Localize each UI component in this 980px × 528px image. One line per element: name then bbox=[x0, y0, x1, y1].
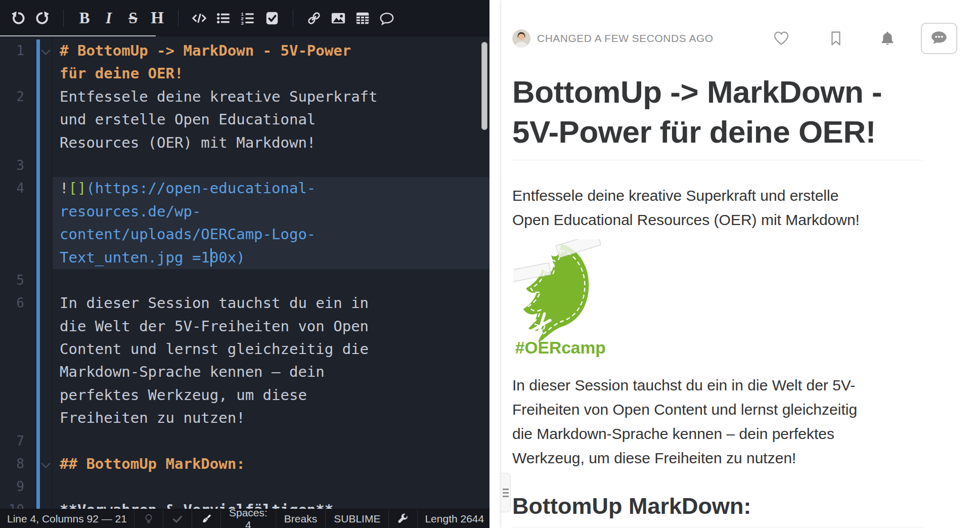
code-row[interactable]: 8## BottomUp MarkDown: bbox=[0, 453, 489, 475]
svg-text:3: 3 bbox=[241, 21, 243, 26]
editor-statusbar: Line 4, Columns 92 — 21 bbox=[0, 509, 489, 528]
ordered-list-icon: 1 2 3 bbox=[240, 11, 255, 26]
italic-icon: I bbox=[106, 10, 112, 26]
code-row[interactable]: perfektes Werkzeug, um diese bbox=[0, 384, 489, 407]
editor-scrollbar-thumb[interactable] bbox=[481, 42, 487, 130]
bookmark-button[interactable] bbox=[828, 30, 844, 47]
code-row[interactable]: 6In dieser Session tauchst du ein in bbox=[0, 292, 489, 315]
preferences-button[interactable] bbox=[389, 509, 417, 528]
code-row[interactable]: Freiheiten zu nutzen! bbox=[0, 407, 489, 429]
code-segment: Markdown-Sprache kennen – dein bbox=[60, 363, 325, 380]
heading-button[interactable]: H bbox=[146, 7, 169, 30]
notifications-button[interactable] bbox=[879, 30, 896, 47]
cursor-position-status: Line 4, Columns 92 — 21 bbox=[0, 513, 134, 525]
ordered-list-button[interactable]: 1 2 3 bbox=[236, 7, 259, 30]
link-icon bbox=[306, 11, 322, 26]
unordered-list-button[interactable] bbox=[212, 7, 235, 30]
code-row[interactable]: content/uploads/OERCamp-Logo- bbox=[0, 223, 489, 246]
code-row[interactable]: und erstelle Open Educational bbox=[0, 108, 489, 131]
code-row[interactable]: 3 bbox=[0, 154, 489, 177]
line-number: 6 bbox=[0, 292, 24, 315]
line-number: 3 bbox=[0, 154, 24, 177]
code-row[interactable]: für deine OER! bbox=[0, 62, 489, 85]
task-list-button[interactable] bbox=[260, 7, 284, 30]
code-segment: [] bbox=[68, 180, 86, 197]
code-segment: ## BottomUp MarkDown: bbox=[60, 455, 245, 472]
avatar[interactable] bbox=[512, 29, 530, 48]
fold-chevron-icon[interactable] bbox=[41, 459, 50, 468]
bell-icon bbox=[879, 30, 896, 47]
fold-chevron-icon[interactable] bbox=[41, 46, 50, 55]
strikethrough-button[interactable]: S bbox=[121, 7, 145, 30]
editor-pane: B I S H bbox=[0, 0, 489, 528]
flame-shape bbox=[523, 244, 589, 343]
code-button[interactable] bbox=[188, 7, 211, 30]
spaces-setting[interactable]: Spaces: 4 bbox=[221, 509, 276, 528]
night-mode-button[interactable] bbox=[135, 509, 163, 528]
paintbrush-icon bbox=[200, 513, 212, 525]
code-row[interactable]: Text_unten.jpg =100x) bbox=[0, 246, 489, 269]
italic-button[interactable]: I bbox=[97, 7, 120, 30]
text-line: Werkzeug, um diese Freiheiten zu nutzen! bbox=[512, 446, 923, 470]
code-segment: ! bbox=[60, 180, 68, 197]
toolbar-divider bbox=[178, 10, 179, 27]
breaks-setting[interactable]: Breaks bbox=[276, 509, 325, 528]
code-row[interactable]: resources.de/wp- bbox=[0, 200, 489, 223]
oercamp-logo-image: #OERcamp bbox=[513, 239, 612, 357]
code-row[interactable]: Content und lernst gleichzeitig die bbox=[0, 338, 489, 361]
hamburger-icon bbox=[503, 492, 509, 494]
redo-button[interactable] bbox=[31, 7, 54, 30]
code-editor[interactable]: 1# BottomUp -> MarkDown - 5V-Powerfür de… bbox=[0, 36, 489, 509]
wrench-icon bbox=[397, 513, 409, 525]
code-row[interactable]: Markdown-Sprache kennen – dein bbox=[0, 361, 489, 383]
code-segment: (https://open-educational- bbox=[86, 180, 316, 197]
code-row[interactable]: 5 bbox=[0, 269, 489, 292]
code-row[interactable]: 1# BottomUp -> MarkDown - 5V-Power bbox=[0, 39, 489, 62]
keymap-setting[interactable]: SUBLIME bbox=[326, 509, 388, 528]
code-segment: und erstelle Open Educational bbox=[60, 111, 316, 128]
spellcheck-button[interactable] bbox=[163, 509, 192, 528]
image-button[interactable] bbox=[327, 7, 350, 30]
text-line: Open Educational Resources (OER) mit Mar… bbox=[512, 208, 923, 232]
code-row[interactable]: Resources (OER) mit Markdown! bbox=[0, 131, 489, 154]
session-paragraph: In dieser Session tauchst du ein in die … bbox=[512, 373, 923, 470]
hamburger-icon bbox=[503, 496, 509, 497]
code-row[interactable]: 9 bbox=[0, 475, 489, 498]
code-segment: Resources (OER) mit Markdown! bbox=[60, 134, 316, 151]
lightbulb-icon bbox=[143, 513, 155, 525]
hackmd-split-view: B I S H bbox=[0, 0, 980, 528]
table-button[interactable] bbox=[351, 7, 374, 30]
code-segment: 00x) bbox=[210, 249, 245, 266]
undo-button[interactable] bbox=[7, 7, 30, 30]
toc-toggle-tab[interactable] bbox=[501, 473, 511, 512]
bookmark-icon bbox=[828, 30, 844, 47]
bold-button[interactable]: B bbox=[73, 7, 96, 30]
table-icon bbox=[355, 11, 370, 26]
code-row[interactable]: 2Entfessele deine kreative Superkraft bbox=[0, 85, 489, 108]
code-row[interactable]: 7 bbox=[0, 430, 489, 453]
bold-icon: B bbox=[79, 10, 90, 26]
check-icon bbox=[171, 513, 184, 525]
line-number: 5 bbox=[0, 269, 24, 292]
code-row[interactable]: 4![](https://open-educational- bbox=[0, 177, 489, 200]
line-number: 2 bbox=[0, 85, 24, 108]
code-segment: Text_unten.jpg =1 bbox=[60, 249, 210, 266]
code-segment: für deine OER! bbox=[60, 65, 183, 82]
open-comments-button[interactable] bbox=[921, 23, 957, 54]
line-number: 1 bbox=[0, 39, 24, 62]
chat-bubble-icon bbox=[930, 30, 948, 47]
preview-pane: CHANGED A FEW SECONDS AGO bbox=[501, 0, 980, 528]
task-list-icon bbox=[264, 11, 280, 26]
code-row[interactable]: die Welt der 5V-Freiheiten von Open bbox=[0, 315, 489, 338]
comment-button[interactable] bbox=[375, 7, 398, 30]
code-segment: die Welt der 5V-Freiheiten von Open bbox=[60, 318, 369, 335]
rendered-markdown: BottomUp -> MarkDown -5V-Power für deine… bbox=[512, 60, 923, 528]
logo-caption: #OERcamp bbox=[515, 338, 606, 357]
heading-icon: H bbox=[151, 10, 164, 26]
link-button[interactable] bbox=[302, 7, 326, 30]
toolbar-divider bbox=[293, 10, 293, 27]
like-button[interactable] bbox=[773, 30, 789, 47]
comment-icon bbox=[379, 11, 394, 26]
text-line: 5V-Power für deine OER! bbox=[512, 112, 923, 152]
theme-button[interactable] bbox=[192, 509, 220, 528]
